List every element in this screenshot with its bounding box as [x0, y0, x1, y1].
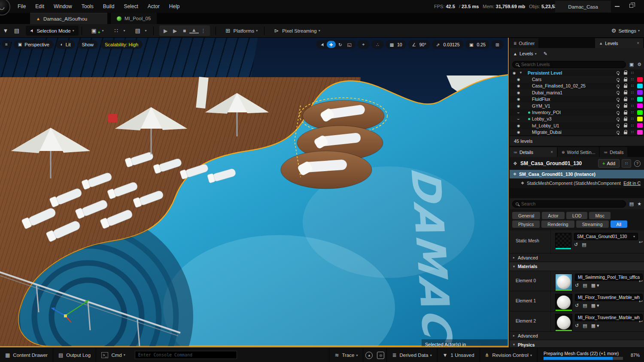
filter-pill[interactable]: Misc [589, 212, 611, 219]
blueprint-icon[interactable]: ∷ [631, 71, 633, 75]
scale-tool[interactable]: ◱ [345, 41, 354, 48]
display-settings-icon[interactable]: ▤ [629, 201, 634, 207]
blueprint-icon[interactable]: ∷ [631, 124, 633, 128]
level-color-swatch[interactable] [637, 103, 643, 108]
console-command-input[interactable] [135, 351, 237, 359]
grid-snap-icon[interactable]: ▦ [387, 41, 396, 48]
3d-viewport[interactable]: DAMAC [0, 38, 509, 347]
lighting-icon[interactable] [617, 104, 620, 107]
visibility-eye-icon[interactable] [517, 110, 523, 115]
reset-icon[interactable]: ↩ [639, 278, 643, 284]
blueprint-icon[interactable]: ∷ [631, 97, 633, 101]
material-asset-dropdown[interactable]: MI_Swimming_Pool_Tiles_ufflca [575, 274, 643, 281]
tab-details[interactable]: ≔ Details × [510, 147, 557, 157]
help-icon[interactable]: ? [634, 160, 641, 167]
level-row[interactable]: ▼ GYM_V1 ∷ [510, 103, 644, 109]
expand-caret-icon[interactable]: ▼ [519, 71, 524, 75]
menu-item[interactable]: Actor [143, 0, 164, 13]
lock-icon[interactable] [624, 79, 627, 81]
filter-pill[interactable]: All [611, 220, 628, 228]
play-button[interactable]: ▶ [161, 28, 170, 34]
move-tool[interactable]: ✚ [327, 41, 336, 48]
favorites-star-icon[interactable]: ★ [637, 201, 641, 207]
content-drawer-button[interactable]: ▦ Content Drawer [0, 348, 53, 362]
blueprint-icon[interactable]: ∷ [631, 90, 633, 95]
scale-snap-icon[interactable]: ⇗ [434, 41, 443, 48]
grid-snap-value[interactable]: 10 [396, 42, 404, 47]
reset-icon[interactable]: ↩ [639, 319, 643, 324]
lighting-icon[interactable] [617, 111, 620, 114]
browse-to-asset-icon[interactable]: ▤ [583, 283, 587, 288]
level-color-swatch[interactable] [637, 70, 643, 75]
tab-details-2[interactable]: ≔ Details [600, 147, 627, 157]
maximize-viewport-button[interactable]: ⊞ [493, 41, 502, 48]
save-icon[interactable]: ▼ [0, 26, 11, 36]
lighting-icon[interactable] [617, 131, 620, 134]
lock-icon[interactable] [624, 105, 627, 108]
materials-section-header[interactable]: ▾Materials [510, 262, 644, 271]
derived-data-dropdown[interactable]: ≣ Derived Data ▾ [386, 348, 437, 362]
visibility-eye-icon[interactable] [517, 97, 523, 101]
menu-item[interactable]: Edit [30, 0, 49, 13]
perspective-dropdown[interactable]: ▣ Perspective [14, 40, 54, 49]
level-row[interactable]: ▼ Inventory_POI ∷ [510, 109, 644, 115]
selection-mode-dropdown[interactable]: ➤ Selection Mode ▾ [26, 26, 79, 36]
blueprint-icon[interactable]: ∷ [631, 130, 633, 134]
filter-pill[interactable]: Rendering [541, 220, 574, 228]
level-color-swatch[interactable] [637, 77, 643, 82]
platforms-dropdown[interactable]: ⊞ Platforms ▾ [219, 26, 261, 36]
lock-icon[interactable] [624, 112, 627, 115]
revision-control-dropdown[interactable]: ⋔ Revision Control ▾ [480, 348, 538, 362]
stop-button[interactable]: ■ [180, 28, 189, 34]
reset-icon[interactable]: ↩ [639, 299, 643, 304]
menu-item[interactable]: Window [49, 0, 77, 13]
insights-icon[interactable]: ▲ [365, 352, 373, 359]
eject-button[interactable]: ▲ [189, 28, 199, 33]
cmd-dropdown[interactable]: >_ Cmd ▾ [96, 348, 131, 362]
filter-pill[interactable]: General [512, 212, 540, 219]
cinematics-dropdown[interactable]: ▤ ▾ [129, 26, 150, 36]
component-row-instance[interactable]: ❖ SM_Casa_Ground01_130 (Instance) [510, 170, 644, 178]
pixel-streaming-dropdown[interactable]: ⊳ Pixel Streaming ▾ [267, 26, 324, 36]
camera-speed-icon[interactable]: ▣ [467, 41, 476, 48]
material-thumbnail[interactable] [555, 314, 572, 331]
screenshot-icon[interactable]: ◎ [377, 352, 384, 359]
levels-search-box[interactable] [512, 61, 626, 68]
level-row[interactable]: ▼ MIgrate_Dubai ∷ [510, 129, 644, 136]
filter-pill[interactable]: LOD [566, 212, 588, 219]
level-color-swatch[interactable] [637, 130, 643, 135]
filter-pill[interactable]: Streaming [576, 220, 609, 228]
browse-to-asset-icon[interactable]: ▤ [582, 242, 586, 247]
edit-levels-icon[interactable]: ✎ [544, 51, 547, 57]
use-selected-asset-icon[interactable]: ↺ [575, 323, 579, 329]
levels-menu-button[interactable]: ▲ Levels ▾ [513, 51, 537, 56]
use-selected-asset-icon[interactable]: ↺ [575, 303, 579, 308]
lighting-icon[interactable] [617, 71, 620, 74]
lighting-icon[interactable] [617, 124, 620, 127]
level-row[interactable]: ▼ Cars ∷ [510, 76, 644, 82]
visibility-eye-icon[interactable] [517, 77, 523, 81]
level-row[interactable]: ▼ Dubai_marina1 ∷ [510, 89, 644, 96]
material-options-icon[interactable]: ▦ ▾ [591, 303, 599, 308]
level-color-swatch[interactable] [637, 110, 643, 115]
blueprint-icon[interactable]: ∷ [631, 84, 633, 88]
browse-to-asset-icon[interactable]: ▤ [583, 303, 587, 308]
material-asset-dropdown[interactable]: MI_Floor_Travertine_Marble_wh [575, 294, 643, 301]
tab-outliner[interactable]: ≣ Outliner [510, 38, 538, 48]
edit-in-cpp-link[interactable]: Edit in C [623, 181, 641, 186]
lock-icon[interactable] [624, 99, 627, 101]
lock-icon[interactable] [624, 92, 627, 94]
visibility-eye-icon[interactable] [517, 90, 523, 95]
show-dropdown[interactable]: Show [77, 40, 98, 49]
advanced-section-2[interactable]: ▸Advanced [510, 332, 644, 340]
material-thumbnail[interactable] [555, 294, 572, 311]
content-browser-icon[interactable]: ▤ [11, 26, 22, 36]
material-options-icon[interactable]: ▦ ▾ [591, 323, 599, 329]
visibility-eye-icon[interactable] [513, 71, 519, 75]
viewport-menu-button[interactable]: ≡ [2, 40, 11, 49]
surface-snap-button[interactable]: ⌖ [359, 41, 368, 48]
level-color-swatch[interactable] [637, 97, 643, 102]
level-row[interactable]: ▼ lvl_Lobby_U1 ∷ [510, 122, 644, 129]
details-search-input[interactable] [521, 201, 623, 206]
unsaved-button[interactable]: ▼ 1 Unsaved [437, 348, 480, 362]
